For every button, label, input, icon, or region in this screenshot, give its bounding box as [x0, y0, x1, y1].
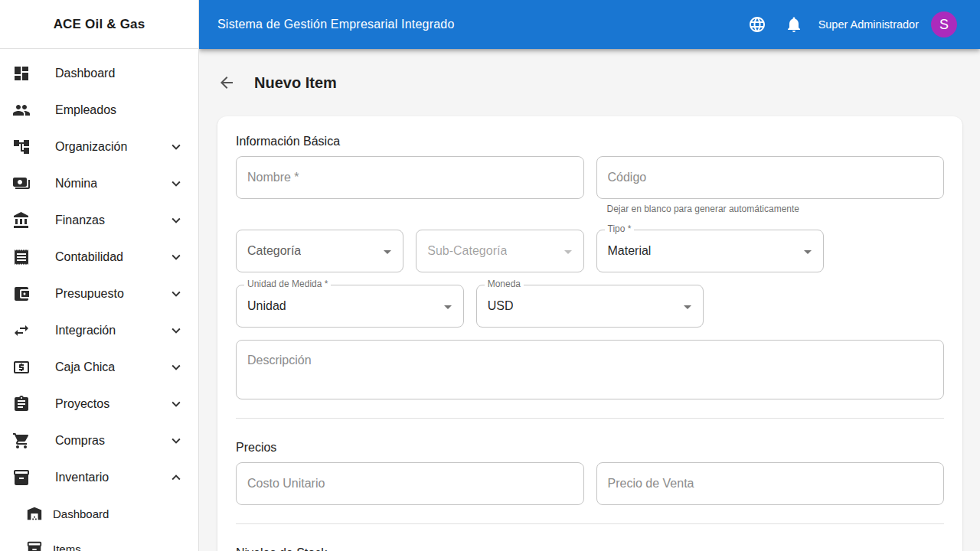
sidebar-subitem-items[interactable]: Items [0, 531, 198, 551]
sidebar-item-label: Organización [55, 140, 127, 154]
section-heading-basic: Información Básica [236, 135, 944, 148]
app-title: Sistema de Gestión Empresarial Integrado [217, 18, 454, 31]
sidebar-item-label: Items [53, 543, 81, 551]
section-heading-stock: Niveles de Stock [236, 546, 944, 551]
chevron-down-icon [168, 212, 185, 229]
sidebar-item-empleados[interactable]: Empleados [0, 92, 198, 129]
sidebar-item-integraci-n[interactable]: Integración [0, 312, 198, 349]
section-heading-prices: Precios [236, 441, 944, 455]
chevron-down-icon [168, 285, 185, 302]
field-codigo-wrap: Dejar en blanco para generar automáticam… [596, 156, 945, 217]
dashboard-icon [12, 64, 31, 83]
globe-icon [748, 15, 766, 34]
categoria-select-text: Categoría [247, 244, 301, 258]
codigo-input[interactable] [596, 156, 945, 199]
dropdown-arrow-icon [378, 243, 397, 261]
language-button[interactable] [742, 9, 773, 40]
sidebar-item-label: Dashboard [55, 67, 115, 80]
sidebar-item-label: Integración [55, 324, 116, 337]
page-title: Nuevo Item [254, 74, 337, 92]
unidad-select-value: Unidad [247, 299, 286, 313]
notifications-button[interactable] [779, 9, 809, 40]
dropdown-arrow-icon [678, 298, 697, 316]
sidebar-item-presupuesto[interactable]: Presupuesto [0, 276, 198, 312]
sidebar-item-n-mina[interactable]: Nómina [0, 165, 198, 202]
sidebar-item-compras[interactable]: Compras [0, 422, 198, 459]
sidebar-item-caja-chica[interactable]: Caja Chica [0, 349, 198, 386]
sidebar-item-label: Presupuesto [55, 287, 124, 301]
sidebar-item-label: Dashboard [53, 507, 109, 520]
sidebar-item-organizaci-n[interactable]: Organización [0, 129, 198, 165]
shopping-cart-icon [12, 432, 31, 450]
unidad-select[interactable]: Unidad de Medida * Unidad [236, 285, 464, 328]
user-name: Super Administrador [818, 18, 919, 31]
codigo-helper-text: Dejar en blanco para generar automáticam… [607, 202, 934, 217]
people-icon [12, 101, 31, 119]
receipt-icon [12, 248, 31, 266]
wallet-icon [12, 285, 31, 303]
dropdown-arrow-icon [439, 298, 457, 316]
field-costo-wrap [236, 462, 584, 505]
subcategoria-select-text: Sub-Categoría [427, 244, 507, 258]
categoria-select[interactable]: Categoría [236, 230, 403, 272]
sidebar-item-label: Finanzas [55, 214, 105, 227]
brand-title: ACE Oil & Gas [0, 0, 198, 49]
subcategoria-select: Sub-Categoría [416, 230, 583, 272]
payments-icon [12, 174, 31, 193]
sidebar-item-label: Compras [55, 434, 105, 448]
tipo-select[interactable]: Tipo * Material [596, 230, 825, 272]
swap-arrows-icon [12, 321, 31, 340]
page-header: Nuevo Item [217, 64, 962, 101]
unidad-label: Unidad de Medida * [244, 279, 331, 289]
chevron-down-icon [168, 359, 185, 376]
back-arrow-icon [217, 73, 236, 92]
back-button[interactable] [211, 67, 242, 98]
cash-box-icon [12, 358, 31, 377]
moneda-select[interactable]: Moneda USD [476, 285, 704, 328]
form-row-unit-currency: Unidad de Medida * Unidad Moneda USD [236, 285, 944, 328]
sidebar-item-label: Inventario [55, 471, 109, 484]
warehouse-icon [26, 505, 43, 522]
sidebar-item-label: Nómina [55, 177, 97, 191]
sidebar-item-proyectos[interactable]: Proyectos [0, 386, 198, 422]
sidebar-item-label: Proyectos [55, 397, 109, 411]
moneda-label: Moneda [485, 279, 524, 289]
tipo-label: Tipo * [605, 223, 635, 234]
sidebar-subitem-dashboard[interactable]: Dashboard [0, 496, 198, 531]
moneda-select-value: USD [488, 299, 514, 313]
sidebar-item-label: Contabilidad [55, 250, 123, 264]
items-box-icon [26, 540, 43, 551]
content-column: Sistema de Gestión Empresarial Integrado… [199, 0, 980, 551]
sidebar-item-contabilidad[interactable]: Contabilidad [0, 239, 198, 276]
chevron-down-icon [168, 396, 185, 412]
chevron-up-icon [168, 469, 185, 486]
chevron-down-icon [168, 432, 185, 449]
chevron-down-icon [168, 249, 185, 266]
costo-unitario-input[interactable] [236, 462, 584, 505]
descripcion-textarea[interactable] [236, 340, 944, 399]
inventory-box-icon [12, 468, 31, 487]
chevron-down-icon [168, 139, 185, 155]
section-divider [236, 523, 944, 524]
sidebar-nav: DashboardEmpleadosOrganizaciónNóminaFina… [0, 49, 198, 551]
form-row-name-code: Dejar en blanco para generar automáticam… [236, 156, 944, 217]
sidebar-item-label: Empleados [55, 103, 116, 117]
tipo-select-value: Material [608, 244, 652, 258]
nombre-input[interactable] [236, 156, 584, 199]
sidebar-item-finanzas[interactable]: Finanzas [0, 202, 198, 239]
bell-icon [785, 15, 803, 34]
app-root: ACE Oil & Gas DashboardEmpleadosOrganiza… [0, 0, 980, 551]
org-tree-icon [12, 138, 31, 156]
chevron-down-icon [168, 175, 185, 192]
main-content: Nuevo Item Información Básica Dejar en b… [199, 49, 980, 551]
field-nombre-wrap [236, 156, 584, 217]
precio-venta-input[interactable] [596, 462, 945, 505]
form-row-category-type: Categoría Sub-Categoría Tipo * Material [236, 230, 944, 272]
section-divider [236, 418, 944, 419]
sidebar-item-dashboard[interactable]: Dashboard [0, 55, 198, 92]
user-avatar[interactable]: S [931, 11, 957, 37]
field-precio-wrap [596, 462, 945, 505]
sidebar-item-inventario[interactable]: Inventario [0, 459, 198, 496]
sidebar-item-label: Caja Chica [55, 360, 115, 374]
dropdown-arrow-icon [799, 243, 817, 261]
